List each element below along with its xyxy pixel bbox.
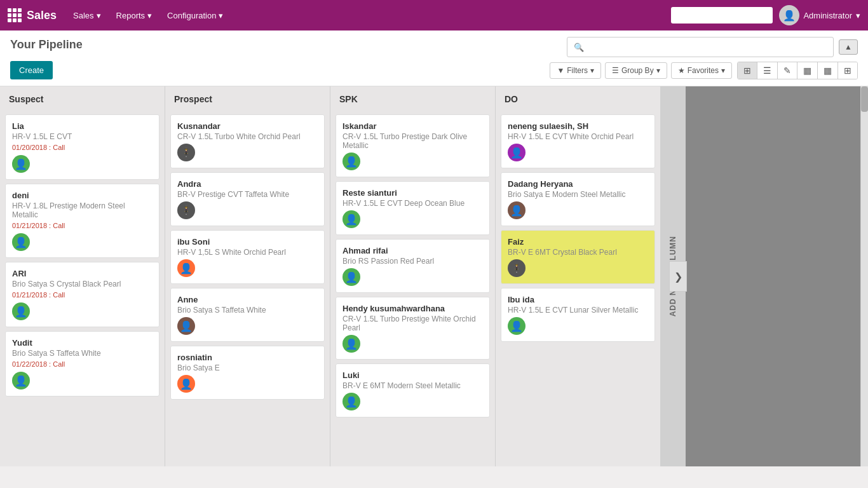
search-area: 🔍 ▲ bbox=[567, 37, 858, 57]
card-name: Dadang Heryana bbox=[508, 179, 648, 189]
kanban-cards-spk: IskandarCR-V 1.5L Turbo Prestige Dark Ol… bbox=[330, 112, 495, 466]
topnav-menu: Sales ▾ Reports ▾ Configuration ▾ bbox=[67, 7, 229, 24]
admin-badge[interactable]: 👤 Administrator ▾ bbox=[779, 5, 860, 25]
search-box[interactable]: 🔍 bbox=[567, 37, 834, 57]
card-product: Brio RS Passion Red Pearl bbox=[342, 257, 483, 266]
list-view-button[interactable]: ☰ bbox=[757, 62, 778, 79]
kanban-wrapper: SuspectLiaHR-V 1.5L E CVT01/20/2018 : Ca… bbox=[0, 86, 868, 466]
card-name: Reste sianturi bbox=[342, 188, 483, 198]
card-avatar: 👤 bbox=[342, 268, 360, 286]
filter-icon: ▼ bbox=[557, 66, 564, 75]
card-avatar: 👤 bbox=[177, 375, 195, 393]
kanban-view-button[interactable]: ⊞ bbox=[738, 62, 757, 79]
kanban-card-c6[interactable]: AndraBR-V Prestige CVT Taffeta White🕴 bbox=[170, 172, 325, 226]
card-name: Kusnandar bbox=[177, 121, 318, 131]
toolbar: Create ▼ Filters ▾ ☰ Group By ▾ ★ Favori… bbox=[10, 61, 858, 86]
kanban-column-spk: SPKIskandarCR-V 1.5L Turbo Prestige Dark… bbox=[330, 86, 496, 466]
menu-item-configuration[interactable]: Configuration ▾ bbox=[161, 7, 229, 24]
card-date: 01/22/2018 : Call bbox=[12, 360, 153, 368]
card-avatar: 🕴 bbox=[508, 259, 526, 277]
chevron-down-icon: ▾ bbox=[147, 11, 152, 20]
kanban-card-c11[interactable]: Reste sianturiHR-V 1.5L E CVT Deep Ocean… bbox=[336, 181, 490, 235]
grid-icon[interactable] bbox=[8, 8, 22, 22]
kanban-column-do: DOneneng sulaesih, SHHR-V 1.5L E CVT Whi… bbox=[496, 86, 660, 466]
card-product: HR-V 1.5L E CVT White Orchid Pearl bbox=[508, 132, 648, 141]
favorites-chevron: ▾ bbox=[721, 66, 725, 75]
card-name: Andra bbox=[177, 179, 318, 189]
filters-button[interactable]: ▼ Filters ▾ bbox=[550, 62, 601, 79]
menu-item-reports[interactable]: Reports ▾ bbox=[110, 7, 159, 24]
topnav: Sales Sales ▾ Reports ▾ Configuration ▾ … bbox=[0, 0, 868, 30]
kanban-column-suspect: SuspectLiaHR-V 1.5L E CVT01/20/2018 : Ca… bbox=[0, 86, 165, 466]
card-name: Iskandar bbox=[342, 121, 483, 131]
card-product: Brio Satya S Taffeta White bbox=[12, 349, 153, 358]
card-avatar: 👤 bbox=[12, 302, 30, 320]
create-button[interactable]: Create bbox=[10, 61, 53, 79]
card-avatar: 👤 bbox=[508, 317, 526, 335]
kanban-card-c1[interactable]: LiaHR-V 1.5L E CVT01/20/2018 : Call👤 bbox=[5, 114, 159, 180]
kanban-cards-prospect: KusnandarCR-V 1.5L Turbo White Orchid Pe… bbox=[165, 112, 330, 466]
calendar-view-button[interactable]: ▦ bbox=[818, 62, 838, 79]
kanban-cards-do: neneng sulaesih, SHHR-V 1.5L E CVT White… bbox=[496, 112, 660, 466]
card-product: CR-V 1.5L Turbo White Orchid Pearl bbox=[177, 132, 318, 141]
topnav-right: 👤 Administrator ▾ bbox=[671, 5, 860, 25]
card-date: 01/20/2018 : Call bbox=[12, 144, 153, 151]
kanban-card-c4[interactable]: YuditBrio Satya S Taffeta White01/22/201… bbox=[5, 331, 159, 396]
kanban-card-c14[interactable]: LukiBR-V E 6MT Modern Steel Metallic👤 bbox=[336, 363, 490, 417]
kanban-card-c9[interactable]: rosniatinBrio Satya E👤 bbox=[170, 346, 325, 400]
groupby-chevron: ▾ bbox=[656, 66, 660, 75]
card-avatar: 🕴 bbox=[177, 201, 195, 219]
kanban-column-prospect: ProspectKusnandarCR-V 1.5L Turbo White O… bbox=[165, 86, 330, 466]
right-panel bbox=[686, 86, 860, 466]
menu-item-sales[interactable]: Sales ▾ bbox=[67, 7, 107, 24]
grid-view-button[interactable]: ⊞ bbox=[838, 62, 857, 79]
card-avatar: 👤 bbox=[177, 259, 195, 277]
card-product: HR-V 1.5L E CVT bbox=[12, 132, 153, 141]
kanban-scrollbar[interactable] bbox=[860, 86, 868, 466]
card-avatar: 👤 bbox=[508, 144, 526, 161]
kanban-card-c7[interactable]: ibu SoniHR-V 1,5L S White Orchid Pearl👤 bbox=[170, 230, 325, 284]
card-product: CR-V 1.5L Turbo Prestige Dark Olive Meta… bbox=[342, 132, 483, 150]
chart-view-button[interactable]: ▦ bbox=[797, 62, 818, 79]
card-avatar: 👤 bbox=[12, 233, 30, 251]
kanban-card-c5[interactable]: KusnandarCR-V 1.5L Turbo White Orchid Pe… bbox=[170, 114, 325, 168]
card-name: Yudit bbox=[12, 338, 153, 348]
card-name: ARI bbox=[12, 269, 153, 278]
card-product: HR-V 1.8L Prestige Modern Steel Metallic bbox=[12, 201, 153, 219]
chevron-down-icon: ▾ bbox=[97, 11, 101, 20]
card-avatar: 👤 bbox=[12, 372, 30, 390]
favorites-button[interactable]: ★ Favorites ▾ bbox=[671, 62, 732, 79]
column-header-suspect: Suspect bbox=[0, 86, 165, 112]
admin-avatar: 👤 bbox=[779, 5, 799, 25]
app-name: Sales bbox=[27, 9, 57, 22]
kanban-card-c3[interactable]: ARIBrio Satya S Crystal Black Pearl01/21… bbox=[5, 262, 159, 327]
filter-bar: ▼ Filters ▾ ☰ Group By ▾ ★ Favorites ▾ bbox=[550, 62, 732, 79]
kanban-card-c17[interactable]: FaizBR-V E 6MT Crystal Black Pearl🕴 bbox=[501, 230, 655, 284]
card-avatar: 👤 bbox=[342, 152, 360, 170]
card-name: ibu Soni bbox=[177, 237, 318, 247]
kanban-card-c2[interactable]: deniHR-V 1.8L Prestige Modern Steel Meta… bbox=[5, 184, 159, 258]
next-column-button[interactable]: ❯ bbox=[669, 261, 687, 292]
kanban-card-c13[interactable]: Hendy kusumahwardhanaCR-V 1.5L Turbo Pre… bbox=[336, 297, 490, 360]
kanban-card-c18[interactable]: Ibu idaHR-V 1.5L E CVT Lunar Silver Meta… bbox=[501, 288, 655, 342]
edit-view-button[interactable]: ✎ bbox=[778, 62, 797, 79]
kanban-card-c15[interactable]: neneng sulaesih, SHHR-V 1.5L E CVT White… bbox=[501, 114, 655, 168]
topnav-search[interactable] bbox=[671, 7, 773, 24]
scroll-thumb[interactable] bbox=[861, 86, 868, 112]
card-name: Ahmad rifai bbox=[342, 246, 483, 255]
groupby-button[interactable]: ☰ Group By ▾ bbox=[605, 62, 667, 79]
kanban-card-c10[interactable]: IskandarCR-V 1.5L Turbo Prestige Dark Ol… bbox=[336, 114, 490, 177]
app-logo: Sales bbox=[8, 8, 57, 22]
kanban-board: SuspectLiaHR-V 1.5L E CVT01/20/2018 : Ca… bbox=[0, 86, 660, 466]
card-product: BR-V E 6MT Crystal Black Pearl bbox=[508, 248, 648, 257]
kanban-card-c16[interactable]: Dadang HeryanaBrio Satya E Modern Steel … bbox=[501, 172, 655, 226]
card-date: 01/21/2018 : Call bbox=[12, 222, 153, 229]
kanban-card-c12[interactable]: Ahmad rifaiBrio RS Passion Red Pearl👤 bbox=[336, 239, 490, 293]
search-expand-btn[interactable]: ▲ bbox=[839, 39, 858, 55]
card-name: Faiz bbox=[508, 237, 648, 247]
kanban-card-c8[interactable]: AnneBrio Satya S Taffeta White👤 bbox=[170, 288, 325, 342]
admin-label: Administrator bbox=[803, 11, 852, 20]
star-icon: ★ bbox=[678, 66, 685, 75]
card-product: Brio Satya E bbox=[177, 363, 318, 372]
card-name: neneng sulaesih, SH bbox=[508, 121, 648, 131]
